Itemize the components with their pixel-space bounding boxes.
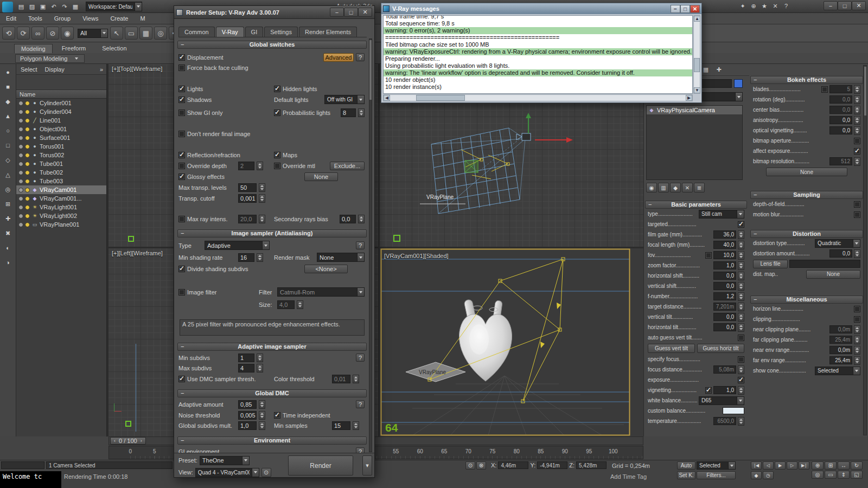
spinner[interactable]: [257, 253, 263, 262]
guess-vert-tilt-button[interactable]: Guess vert tilt: [648, 344, 695, 353]
scene-object-row[interactable]: VRayLight001: [16, 203, 106, 211]
help-button[interactable]: ?: [356, 354, 365, 362]
favorites-icon[interactable]: ★: [760, 1, 769, 11]
menu-item[interactable]: Edit: [0, 15, 22, 22]
configure-modifier-sets-icon[interactable]: ≣: [694, 183, 705, 192]
visibility-icon[interactable]: [18, 222, 23, 227]
dolly-icon[interactable]: ⇕: [838, 471, 850, 479]
rollout-header[interactable]: Global switches: [177, 41, 367, 49]
scene-object-row[interactable]: Tube001: [16, 159, 106, 168]
spinner[interactable]: [738, 241, 744, 249]
orbit-icon[interactable]: ↻: [851, 461, 863, 470]
renderable-icon[interactable]: [25, 110, 30, 114]
ribbon-tool-icon[interactable]: ■: [3, 82, 13, 92]
probabilistic-lights-checkbox[interactable]: [274, 110, 280, 116]
param-checkbox[interactable]: [854, 201, 860, 208]
redo-icon[interactable]: ⟳: [17, 27, 30, 40]
ribbon-tool-icon[interactable]: ●: [3, 67, 13, 77]
dialog-tab[interactable]: GI: [245, 27, 264, 37]
vertical-scrollbar[interactable]: ▲ ▼: [693, 15, 700, 94]
param-field[interactable]: 25,4m: [829, 336, 852, 344]
key-mode-toggle[interactable]: ◆: [751, 471, 762, 479]
next-frame-button[interactable]: ▷: [787, 461, 797, 470]
close-button[interactable]: ✕: [358, 8, 372, 17]
rollout-header[interactable]: Sampling: [750, 191, 863, 199]
glossy-effects-checkbox[interactable]: [178, 174, 185, 180]
exclude-button[interactable]: Exclude...: [330, 162, 365, 170]
renderable-icon[interactable]: [25, 153, 30, 158]
viewport-label[interactable]: [+][Top][Wireframe]: [112, 66, 162, 72]
scene-object-row[interactable]: VRayLight002: [16, 211, 106, 220]
show-gi-only-checkbox[interactable]: [178, 110, 185, 116]
spinner[interactable]: [353, 375, 359, 383]
param-field[interactable]: 0,0: [829, 126, 852, 134]
renderable-icon[interactable]: [25, 214, 30, 219]
spinner[interactable]: [738, 417, 744, 426]
param-field[interactable]: 5,08m: [713, 365, 736, 374]
rollout-header[interactable]: Environment: [177, 436, 367, 445]
default-lights-dropdown[interactable]: Off with GI: [324, 95, 365, 104]
param-field[interactable]: 1,2: [713, 292, 736, 300]
spinner[interactable]: [738, 272, 744, 280]
scene-object-row[interactable]: Object001: [16, 125, 106, 133]
spinner[interactable]: [854, 85, 860, 94]
displacement-checkbox[interactable]: [178, 54, 185, 61]
window-crossing-icon[interactable]: ◎: [154, 27, 167, 40]
spinner[interactable]: [358, 108, 365, 117]
spinner[interactable]: [738, 261, 744, 270]
param-field[interactable]: 0,0: [713, 282, 736, 290]
unlink-selection-icon[interactable]: ⊘: [46, 27, 59, 40]
visibility-icon[interactable]: [18, 153, 23, 158]
y-coordinate-field[interactable]: -4,941m: [537, 461, 567, 469]
visibility-icon[interactable]: [18, 188, 23, 192]
visibility-icon[interactable]: [18, 214, 23, 219]
param-field[interactable]: 0,0m: [829, 346, 852, 354]
spinner[interactable]: [738, 292, 744, 301]
spinner[interactable]: [257, 354, 263, 362]
listener-mini-field[interactable]: [1, 461, 44, 469]
spinner[interactable]: [854, 106, 860, 114]
spinner[interactable]: [738, 230, 744, 239]
spinner[interactable]: [259, 400, 265, 409]
select-by-name-icon[interactable]: ▭: [125, 27, 138, 40]
set-key-button[interactable]: Set K.: [677, 471, 695, 479]
viewport-label[interactable]: [VRayCam001][Shaded]: [384, 253, 449, 259]
param-field[interactable]: 512: [829, 157, 852, 165]
ribbon-tool-icon[interactable]: ✖: [3, 228, 13, 238]
param-dropdown[interactable]: Selected: [815, 367, 860, 375]
renderable-icon[interactable]: [25, 162, 30, 166]
param-checkbox[interactable]: [738, 221, 744, 228]
lens-file-field[interactable]: [789, 260, 860, 268]
global-subdivs-mult-field[interactable]: 1,0: [238, 421, 257, 430]
lens-file-button[interactable]: Lens file: [753, 260, 788, 268]
menu-item[interactable]: Create: [104, 15, 134, 22]
param-checkbox[interactable]: [738, 356, 744, 363]
scene-object-row[interactable]: Torus001: [16, 142, 106, 151]
ribbon-tool-icon[interactable]: ◆: [3, 97, 13, 106]
spinner[interactable]: [738, 313, 744, 322]
render-flyout-arrow[interactable]: ▾: [362, 455, 372, 476]
visibility-icon[interactable]: [18, 144, 23, 149]
renderable-icon[interactable]: [25, 144, 30, 149]
previous-frame-button[interactable]: ◁: [763, 461, 774, 470]
menu-item[interactable]: Tools: [22, 15, 48, 22]
param-field[interactable]: 10,0: [713, 251, 736, 259]
zoom-extents-icon[interactable]: ⊞: [825, 461, 837, 470]
spinner[interactable]: [854, 157, 860, 166]
time-slider-handle[interactable]: ‹ 0 / 100 ›: [110, 437, 146, 445]
secondary-rays-bias-field[interactable]: 0,0: [340, 215, 356, 223]
ribbon-tool-icon[interactable]: △: [3, 170, 13, 179]
scene-object-row[interactable]: Cylinder004: [16, 107, 106, 116]
spinner[interactable]: [738, 282, 744, 291]
adaptive-amount-field[interactable]: 0,85: [238, 400, 257, 409]
scene-object-row[interactable]: Torus002: [16, 151, 106, 159]
spinner[interactable]: [738, 365, 744, 374]
next-frame-arrow[interactable]: ›: [141, 438, 142, 444]
override-depth-checkbox[interactable]: [178, 163, 185, 169]
use-dmc-sampler-thresh-checkbox[interactable]: [178, 376, 185, 382]
param-field[interactable]: 7,201m: [713, 303, 736, 311]
min-subdivs-field[interactable]: 1: [238, 354, 254, 362]
visibility-icon[interactable]: [18, 136, 23, 140]
messages-titlebar[interactable]: V-Ray messages − □ ✕: [381, 3, 701, 14]
zoom-region-icon[interactable]: ▭: [825, 471, 837, 479]
